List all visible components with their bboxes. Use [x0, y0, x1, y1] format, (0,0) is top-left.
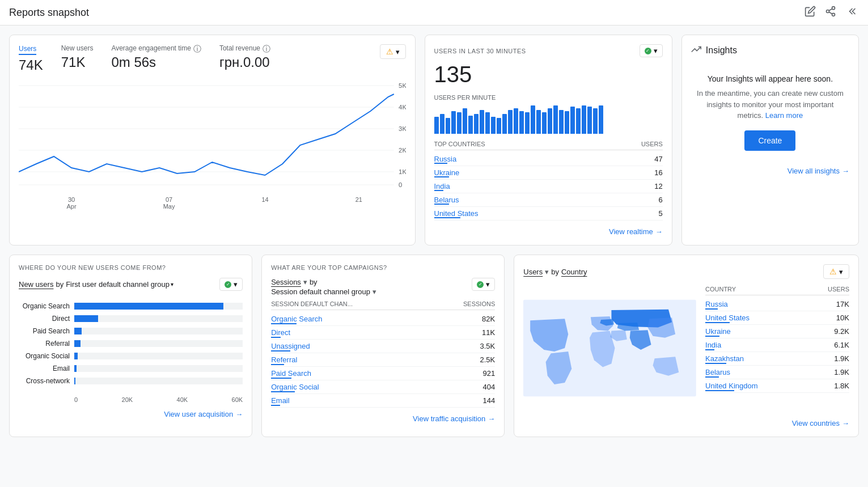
check-icon-2: ✓	[226, 282, 230, 287]
insights-header: Insights	[691, 44, 849, 56]
users-label[interactable]: Users	[19, 45, 36, 55]
session-name[interactable]: Organic Social	[271, 383, 319, 391]
session-name[interactable]: Paid Search	[271, 369, 311, 378]
bar-row: Direct	[19, 315, 243, 323]
bar-label: Email	[19, 365, 70, 372]
geo-warning-badge[interactable]: ⚠ ▾	[823, 264, 849, 279]
map-country[interactable]: United Kingdom	[705, 382, 758, 390]
session-value: 11K	[482, 328, 495, 337]
bar-row: Referral	[19, 340, 243, 348]
acquisition-status-badge[interactable]: ✓ ▾	[219, 278, 243, 291]
realtime-dropdown-icon: ▾	[654, 46, 658, 55]
countries-rows: Russia47Ukraine16India12Belarus6United S…	[434, 153, 663, 221]
bar-mini-item	[440, 114, 444, 134]
user-acquisition-title: WHERE DO YOUR NEW USERS COME FROM?	[19, 264, 243, 271]
new-users-label: New users	[61, 44, 94, 52]
main-line-chart: 5K 4K 3K 2K 1K 0 30Apr 07May 14 21	[19, 80, 406, 193]
bar-label: Paid Search	[19, 327, 70, 335]
svg-line-4	[829, 9, 832, 10]
bar-mini-item	[497, 118, 501, 134]
revenue-info-icon[interactable]: ⓘ	[262, 44, 270, 54]
sessions-label[interactable]: Sessions	[271, 278, 301, 286]
users-metric: Users 74K	[19, 44, 43, 73]
bar-mini-item	[485, 112, 490, 134]
campaigns-status-badge[interactable]: ✓ ▾	[472, 278, 495, 291]
engagement-value: 0m 56s	[111, 54, 201, 70]
session-row: Organic Search82K	[271, 312, 495, 326]
map-country[interactable]: India	[705, 341, 721, 349]
map-country[interactable]: Belarus	[705, 368, 730, 376]
engagement-info-icon[interactable]: ⓘ	[193, 44, 201, 54]
map-row: India6.1K	[705, 338, 849, 352]
view-realtime-link[interactable]: View realtime →	[434, 227, 663, 236]
session-name[interactable]: Direct	[271, 328, 290, 337]
session-name[interactable]: Unassigned	[271, 342, 310, 350]
bar-mini-item	[434, 117, 439, 134]
bar-fill	[74, 353, 78, 359]
map-users: 10K	[836, 314, 849, 322]
bar-mini-item	[457, 112, 461, 134]
bar-mini-item	[531, 105, 535, 134]
engagement-label: Average engagement time	[111, 44, 191, 52]
engagement-label-row: Average engagement time ⓘ	[111, 44, 201, 54]
insights-trend-icon	[691, 44, 701, 56]
bar-label: Organic Social	[19, 352, 70, 360]
country-name[interactable]: Belarus	[434, 196, 459, 204]
session-name[interactable]: Organic Search	[271, 315, 322, 323]
view-traffic-acquisition-link[interactable]: View traffic acquisition →	[271, 414, 495, 423]
country-name[interactable]: Russia	[434, 155, 457, 163]
share-icon[interactable]	[825, 6, 839, 19]
geo-dropdown-icon: ▾	[839, 268, 843, 276]
view-user-acquisition-link[interactable]: View user acquisition →	[19, 410, 243, 418]
check-icon-3: ✓	[479, 282, 482, 287]
bar-mini-item	[451, 111, 456, 134]
session-name[interactable]: Referral	[271, 355, 297, 364]
geo-by-label: by	[551, 268, 559, 276]
create-button[interactable]: Create	[744, 130, 795, 151]
bar-container	[74, 315, 243, 322]
bar-mini-item	[519, 111, 524, 134]
sessions-dropdown-icon[interactable]: ▾	[303, 278, 307, 286]
channel-group-dropdown[interactable]: First user default channel group ▾	[66, 280, 173, 289]
country-name[interactable]: India	[434, 182, 450, 190]
country-row: Belarus6	[434, 193, 663, 207]
bar-container	[74, 378, 243, 384]
realtime-status-badge[interactable]: ✓ ▾	[640, 44, 663, 57]
bottom-row: WHERE DO YOUR NEW USERS COME FROM? New u…	[9, 255, 859, 437]
map-country[interactable]: Russia	[705, 300, 728, 308]
new-users-value: 71K	[61, 54, 94, 70]
edit-icon[interactable]	[805, 6, 818, 19]
warning-badge[interactable]: ⚠ ▾	[380, 44, 406, 59]
session-group-caret[interactable]: ▾	[372, 287, 376, 296]
learn-more-link[interactable]: Learn more	[765, 111, 803, 120]
x-label-14: 14	[261, 196, 268, 210]
map-country[interactable]: United States	[705, 314, 750, 322]
country-row: India12	[434, 180, 663, 193]
svg-line-3	[829, 12, 832, 14]
view-countries-link[interactable]: View countries →	[523, 419, 849, 427]
country-name[interactable]: United States	[434, 209, 479, 218]
view-all-insights-link[interactable]: View all insights →	[691, 167, 849, 175]
session-group-label[interactable]: Session default channel group	[271, 287, 370, 296]
session-value: 2.5K	[480, 355, 496, 364]
geo-users-caret[interactable]: ▾	[545, 268, 549, 276]
users-value: 74K	[19, 57, 43, 73]
geo-country-label[interactable]: Country	[561, 268, 587, 276]
arrow-traffic-icon: →	[488, 414, 495, 423]
map-country[interactable]: Kazakhstan	[705, 354, 744, 363]
map-svg-area	[523, 286, 696, 412]
geo-users-label[interactable]: Users	[523, 268, 543, 276]
bar-row: Organic Social	[19, 352, 243, 360]
bar-fill	[74, 303, 223, 310]
svg-point-0	[832, 7, 835, 10]
country-name[interactable]: Ukraine	[434, 168, 460, 177]
map-country[interactable]: Ukraine	[705, 327, 731, 336]
bar-mini-item	[553, 105, 558, 134]
session-name[interactable]: Email	[271, 396, 290, 405]
map-users: 6.1K	[834, 341, 849, 349]
more-icon[interactable]	[845, 6, 859, 19]
country-users: 5	[659, 209, 663, 218]
bar-mini-item	[508, 110, 513, 134]
bar-mini-item	[565, 111, 569, 134]
bar-mini-item	[570, 107, 575, 134]
